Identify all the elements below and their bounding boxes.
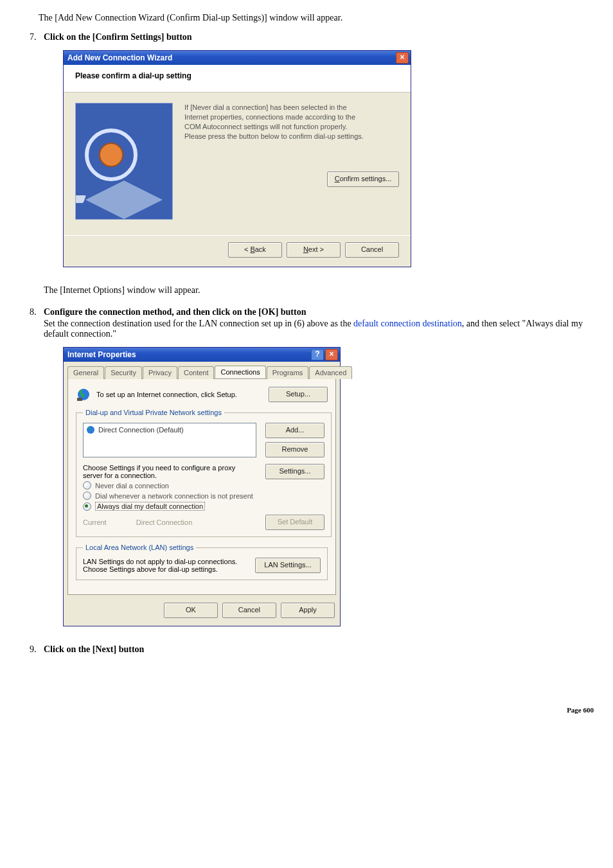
list-item[interactable]: Direct Connection (Default) bbox=[86, 425, 253, 434]
ip-titlebar: Internet Properties ? × bbox=[64, 348, 340, 362]
setup-button[interactable]: Setup... bbox=[269, 387, 328, 402]
close-icon[interactable]: × bbox=[396, 52, 409, 64]
back-button[interactable]: < Back bbox=[228, 242, 282, 258]
lan-hint: LAN Settings do not apply to dial-up con… bbox=[83, 558, 250, 573]
radio-icon bbox=[83, 481, 91, 490]
settings-button[interactable]: Settings... bbox=[265, 464, 324, 479]
wizard-footer: < Back Next > Cancel bbox=[64, 235, 411, 267]
step-8-desc: Set the connection destination used for … bbox=[44, 319, 594, 339]
lan-fieldset: Local Area Network (LAN) settings LAN Se… bbox=[76, 544, 328, 580]
dialup-fieldset: Dial-up and Virtual Private Network sett… bbox=[76, 409, 332, 537]
lan-settings-button[interactable]: LAN Settings... bbox=[255, 558, 321, 573]
apply-button[interactable]: Apply bbox=[281, 603, 335, 618]
wizard-body-text: If [Never dial a connection] has been se… bbox=[184, 103, 399, 141]
svg-point-2 bbox=[100, 143, 123, 166]
step-7: Click on the [Confirm Settings] button A… bbox=[39, 32, 594, 296]
internet-properties-dialog: Internet Properties ? × General Security… bbox=[63, 347, 341, 626]
cancel-button[interactable]: Cancel bbox=[222, 603, 276, 618]
remove-button[interactable]: Remove bbox=[265, 442, 324, 457]
tab-general[interactable]: General bbox=[67, 366, 104, 379]
intro-text: The [Add New Connection Wizard (Confirm … bbox=[39, 13, 594, 23]
cancel-button[interactable]: Cancel bbox=[345, 242, 399, 258]
step-9-title: Click on the [Next] button bbox=[44, 644, 144, 654]
ip-title-text: Internet Properties bbox=[67, 350, 136, 359]
step-8-title: Configure the connection method, and the… bbox=[44, 307, 306, 317]
tab-security[interactable]: Security bbox=[105, 366, 142, 379]
radio-never[interactable]: Never dial a connection bbox=[83, 481, 324, 490]
settings-hint: Choose Settings if you need to configure… bbox=[83, 464, 250, 479]
radio-icon bbox=[83, 502, 91, 511]
step-7-title: Click on the [Confirm Settings] button bbox=[44, 32, 192, 42]
radio-icon bbox=[83, 492, 91, 500]
globe-icon bbox=[76, 387, 91, 402]
ip-tabstrip: General Security Privacy Content Connect… bbox=[64, 362, 340, 378]
tab-connections[interactable]: Connections bbox=[215, 366, 265, 378]
wizard-titlebar: Add New Connection Wizard × bbox=[64, 51, 411, 65]
step-8: Configure the connection method, and the… bbox=[39, 307, 594, 626]
tab-privacy[interactable]: Privacy bbox=[143, 366, 177, 379]
next-button[interactable]: Next > bbox=[287, 242, 341, 258]
connections-listbox[interactable]: Direct Connection (Default) bbox=[83, 423, 256, 457]
default-connection-link[interactable]: default connection destination bbox=[353, 319, 462, 328]
wizard-subtitle: Please confirm a dial-up setting bbox=[64, 65, 411, 93]
radio-when-needed[interactable]: Dial whenever a network connection is no… bbox=[83, 492, 324, 500]
wizard-side-image bbox=[75, 103, 173, 220]
tab-advanced[interactable]: Advanced bbox=[309, 366, 352, 379]
connection-icon bbox=[86, 425, 95, 434]
set-default-button: Set Default bbox=[265, 515, 324, 530]
lan-legend: Local Area Network (LAN) settings bbox=[83, 544, 196, 551]
setup-text: To set up an Internet connection, click … bbox=[96, 391, 237, 398]
tab-content[interactable]: Content bbox=[178, 366, 215, 379]
wizard-title-text: Add New Connection Wizard bbox=[67, 53, 172, 62]
close-icon[interactable]: × bbox=[325, 349, 338, 360]
help-icon[interactable]: ? bbox=[311, 349, 324, 360]
add-button[interactable]: Add... bbox=[265, 423, 324, 438]
step-9: Click on the [Next] button bbox=[39, 644, 594, 655]
svg-rect-5 bbox=[77, 398, 82, 401]
confirm-settings-button[interactable]: Confirm settings... bbox=[327, 172, 399, 187]
current-value: Direct Connection bbox=[136, 518, 192, 526]
page-number: Page 600 bbox=[19, 706, 594, 714]
wizard-dialog: Add New Connection Wizard × Please confi… bbox=[63, 50, 411, 267]
tab-programs[interactable]: Programs bbox=[267, 366, 309, 379]
radio-always[interactable]: Always dial my default connection bbox=[83, 502, 324, 511]
step-7-result: The [Internet Options] window will appea… bbox=[44, 285, 594, 296]
ok-button[interactable]: OK bbox=[164, 603, 218, 618]
current-label: Current bbox=[83, 518, 107, 526]
dialup-legend: Dial-up and Virtual Private Network sett… bbox=[83, 409, 224, 416]
